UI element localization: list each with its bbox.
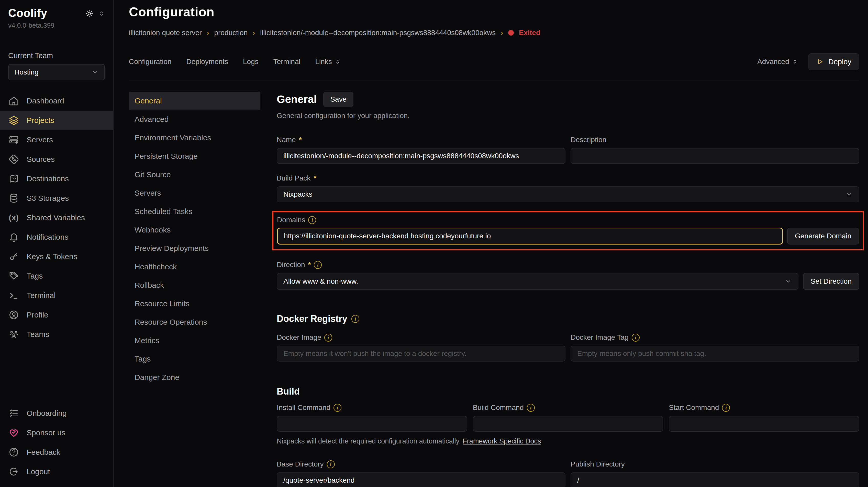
publish-directory-input[interactable] <box>570 472 859 487</box>
build-command-input[interactable] <box>473 416 663 432</box>
subnav-item-environment-variables[interactable]: Environment Variables <box>129 128 260 147</box>
build-command-label: Build Command <box>473 404 524 412</box>
tab-links[interactable]: Links <box>315 58 341 66</box>
sidebar: Coolify v4.0.0-beta.399 Current Team Hos… <box>0 0 114 487</box>
subnav-item-metrics[interactable]: Metrics <box>129 331 260 350</box>
docker-image-label: Docker Image <box>277 333 321 342</box>
framework-docs-link[interactable]: Framework Specific Docs <box>463 437 541 445</box>
sidebar-item-label: Logout <box>27 467 50 476</box>
breadcrumb-environment[interactable]: production <box>214 29 248 37</box>
build-pack-value: Nixpacks <box>283 190 312 198</box>
heart-hands-icon <box>8 427 20 438</box>
chevron-down-icon <box>845 191 852 198</box>
sidebar-item-profile[interactable]: Profile <box>0 305 113 325</box>
start-command-input[interactable] <box>669 416 859 432</box>
sidebar-item-projects[interactable]: Projects <box>0 111 113 130</box>
subnav-item-rollback[interactable]: Rollback <box>129 276 260 294</box>
sidebar-item-terminal[interactable]: Terminal <box>0 286 113 305</box>
subnav-item-danger-zone[interactable]: Danger Zone <box>129 368 260 386</box>
section-subtitle: General configuration for your applicati… <box>277 112 859 120</box>
tab-deployments[interactable]: Deployments <box>186 58 228 66</box>
subnav-item-healthcheck[interactable]: Healthcheck <box>129 258 260 276</box>
sidebar-item-label: Keys & Tokens <box>27 252 77 261</box>
build-pack-select[interactable]: Nixpacks <box>277 187 859 202</box>
sidebar-item-sponsor-us[interactable]: Sponsor us <box>0 423 113 442</box>
sidebar-item-shared-variables[interactable]: (x) Shared Variables <box>0 208 113 227</box>
help-circle-icon <box>8 447 20 458</box>
team-select[interactable]: Hosting <box>8 64 105 80</box>
breadcrumb-application[interactable]: illicitestonion/-module--decomposition:m… <box>260 29 496 37</box>
tab-configuration[interactable]: Configuration <box>129 58 172 66</box>
info-icon: i <box>314 261 322 269</box>
tab-terminal[interactable]: Terminal <box>273 58 301 66</box>
sidebar-item-logout[interactable]: Logout <box>0 462 113 481</box>
subnav-item-persistent-storage[interactable]: Persistent Storage <box>129 147 260 165</box>
domains-highlight-box: Domains i Generate Domain <box>272 211 864 250</box>
description-input[interactable] <box>570 148 859 164</box>
set-direction-button[interactable]: Set Direction <box>803 273 859 290</box>
sidebar-nav: Dashboard Projects Servers Sources Desti… <box>0 91 113 344</box>
team-select-value: Hosting <box>14 68 39 76</box>
info-icon: i <box>327 460 335 468</box>
subnav-item-general[interactable]: General <box>129 92 260 110</box>
sidebar-item-label: Feedback <box>27 448 60 457</box>
subnav-item-advanced[interactable]: Advanced <box>129 110 260 128</box>
sidebar-item-sources[interactable]: Sources <box>0 149 113 169</box>
advanced-dropdown[interactable]: Advanced <box>757 58 798 66</box>
name-input[interactable] <box>277 148 565 164</box>
info-icon: i <box>722 404 730 412</box>
sidebar-item-dashboard[interactable]: Dashboard <box>0 91 113 111</box>
direction-value: Allow www & non-www. <box>283 277 358 286</box>
sidebar-item-label: Servers <box>27 136 53 144</box>
sidebar-item-keys-tokens[interactable]: Keys & Tokens <box>0 247 113 266</box>
subnav-item-resource-operations[interactable]: Resource Operations <box>129 313 260 331</box>
base-directory-input[interactable] <box>277 472 565 487</box>
server-icon <box>8 134 20 145</box>
docker-image-input[interactable] <box>277 346 565 362</box>
save-button[interactable]: Save <box>323 92 353 107</box>
sidebar-item-destinations[interactable]: Destinations <box>0 169 113 189</box>
theme-sun-icon[interactable] <box>85 9 94 18</box>
docker-image-tag-input[interactable] <box>570 346 859 362</box>
subnav-item-webhooks[interactable]: Webhooks <box>129 221 260 239</box>
subnav-item-resource-limits[interactable]: Resource Limits <box>129 294 260 313</box>
tab-logs[interactable]: Logs <box>243 58 258 66</box>
sidebar-item-servers[interactable]: Servers <box>0 130 113 149</box>
sidebar-item-tags[interactable]: Tags <box>0 266 113 286</box>
tags-icon <box>8 270 20 282</box>
checklist-icon <box>8 408 20 419</box>
base-directory-label: Base Directory <box>277 460 324 468</box>
subnav-item-git-source[interactable]: Git Source <box>129 165 260 184</box>
deploy-button-label: Deploy <box>828 58 851 66</box>
theme-selector-updown-icon[interactable] <box>98 10 105 17</box>
sidebar-item-notifications[interactable]: Notifications <box>0 227 113 247</box>
sidebar-item-teams[interactable]: Teams <box>0 325 113 344</box>
subnav-item-servers[interactable]: Servers <box>129 184 260 202</box>
start-command-label: Start Command <box>669 404 719 412</box>
subnav-item-scheduled-tasks[interactable]: Scheduled Tasks <box>129 202 260 221</box>
install-command-input[interactable] <box>277 416 467 432</box>
direction-select[interactable]: Allow www & non-www. <box>277 273 799 290</box>
info-icon: i <box>527 404 535 412</box>
description-label: Description <box>570 136 607 144</box>
deploy-button[interactable]: Deploy <box>808 53 859 70</box>
sidebar-item-label: Destinations <box>27 174 69 183</box>
breadcrumb-project[interactable]: illicitonion quote server <box>129 29 202 37</box>
sidebar-item-onboarding[interactable]: Onboarding <box>0 404 113 423</box>
nixpacks-note: Nixpacks will detect the required config… <box>277 437 461 445</box>
sidebar-item-s3-storages[interactable]: S3 Storages <box>0 189 113 208</box>
section-heading-docker-registry: Docker Registry <box>277 313 347 324</box>
status-dot-icon <box>508 30 514 36</box>
users-icon <box>8 329 20 340</box>
domains-input[interactable] <box>277 228 783 245</box>
app-version: v4.0.0-beta.399 <box>0 20 113 29</box>
generate-domain-button[interactable]: Generate Domain <box>787 228 859 245</box>
breadcrumb: illicitonion quote server › production ›… <box>129 29 859 37</box>
info-icon: i <box>308 216 316 224</box>
subnav-item-tags[interactable]: Tags <box>129 350 260 368</box>
logo-row: Coolify <box>0 7 113 20</box>
sidebar-item-feedback[interactable]: Feedback <box>0 442 113 462</box>
sidebar-item-label: Tags <box>27 272 43 280</box>
subnav-item-preview-deployments[interactable]: Preview Deployments <box>129 239 260 258</box>
git-source-icon <box>8 154 20 165</box>
